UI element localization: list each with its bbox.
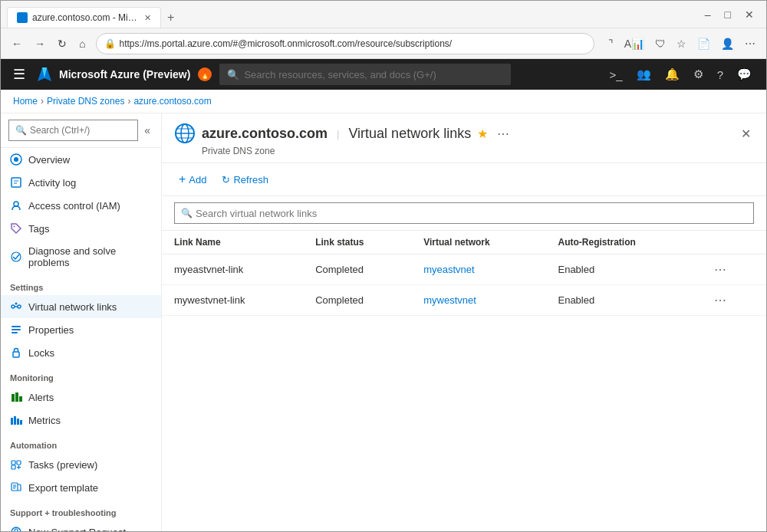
cell-link-status: Completed bbox=[303, 255, 411, 285]
sidebar-item-alerts[interactable]: Alerts bbox=[1, 386, 161, 409]
sidebar-item-virtual-network-links[interactable]: Virtual network links bbox=[1, 295, 161, 318]
azure-logo-icon bbox=[36, 66, 53, 83]
browser-tab[interactable]: azure.contoso.com - Microsoft A... ✕ bbox=[7, 7, 161, 28]
tasks-icon bbox=[10, 458, 22, 471]
sidebar-item-properties[interactable]: Properties bbox=[1, 318, 161, 341]
tab-favicon bbox=[17, 12, 28, 23]
address-bar-wrapper[interactable]: 🔒 bbox=[96, 33, 594, 54]
close-window-button[interactable]: ✕ bbox=[739, 5, 760, 24]
cell-more-options[interactable]: ⋯ bbox=[697, 285, 766, 316]
svg-point-3 bbox=[14, 157, 18, 162]
sidebar-item-label-locks: Locks bbox=[28, 347, 54, 359]
top-search[interactable]: 🔍 bbox=[219, 64, 511, 85]
refresh-button[interactable]: ↻ Refresh bbox=[217, 171, 273, 189]
reload-button[interactable]: ↻ bbox=[53, 34, 71, 53]
metrics-icon bbox=[10, 414, 22, 426]
sidebar-item-access-control[interactable]: Access control (IAM) bbox=[1, 194, 161, 217]
hamburger-menu[interactable]: ☰ bbox=[10, 63, 28, 86]
sidebar-item-label-overview: Overview bbox=[28, 154, 70, 166]
breadcrumb-home[interactable]: Home bbox=[13, 96, 38, 107]
grid-icon[interactable]: ⌝ bbox=[604, 34, 618, 53]
sidebar-item-locks[interactable]: Locks bbox=[1, 341, 161, 364]
sidebar-item-metrics[interactable]: Metrics bbox=[1, 409, 161, 432]
add-button[interactable]: + Add bbox=[174, 169, 211, 189]
sidebar-search-area: 🔍 « bbox=[1, 113, 161, 148]
notifications-btn[interactable]: 🔔 bbox=[660, 64, 685, 84]
sidebar-item-overview[interactable]: Overview bbox=[1, 148, 161, 171]
sidebar-item-tags[interactable]: Tags bbox=[1, 217, 161, 240]
more-browser-btn[interactable]: ⋯ bbox=[740, 34, 760, 53]
sidebar-item-label-new-support: New Support Request bbox=[28, 527, 126, 532]
cell-virtual-network[interactable]: mywestvnet bbox=[411, 285, 545, 316]
breadcrumb-current[interactable]: azure.contoso.com bbox=[133, 96, 211, 107]
svg-rect-19 bbox=[15, 392, 18, 402]
svg-point-13 bbox=[15, 303, 18, 305]
list-search[interactable]: 🔍 bbox=[174, 202, 754, 224]
sidebar-item-label-activity-log: Activity log bbox=[28, 177, 76, 189]
breadcrumb-sep-2: › bbox=[127, 96, 130, 107]
sidebar-item-activity-log[interactable]: Activity log bbox=[1, 171, 161, 194]
favorite-star[interactable]: ★ bbox=[477, 126, 488, 141]
col-link-status: Link status bbox=[303, 231, 411, 255]
list-search-input[interactable] bbox=[196, 208, 747, 219]
svg-rect-21 bbox=[11, 418, 13, 425]
svg-rect-24 bbox=[20, 420, 22, 425]
star-icon[interactable]: ☆ bbox=[672, 34, 691, 53]
row-more-btn[interactable]: ⋯ bbox=[709, 261, 732, 278]
table-row: mywestvnet-link Completed mywestvnet Ena… bbox=[162, 285, 766, 316]
close-pane-btn[interactable]: ✕ bbox=[738, 123, 754, 144]
sidebar-item-tasks[interactable]: Tasks (preview) bbox=[1, 453, 161, 476]
read-mode-icon[interactable]: A📊 bbox=[620, 34, 649, 53]
col-link-name: Link Name bbox=[162, 231, 303, 255]
toolbar: + Add ↻ Refresh bbox=[162, 163, 766, 196]
cell-link-name: myeastvnet-link bbox=[162, 255, 303, 285]
add-icon: + bbox=[179, 172, 186, 186]
cell-more-options[interactable]: ⋯ bbox=[697, 255, 766, 285]
maximize-button[interactable]: □ bbox=[719, 5, 737, 24]
sidebar-item-label-tags: Tags bbox=[28, 223, 49, 235]
sidebar-item-diagnose[interactable]: Diagnose and solve problems bbox=[1, 240, 161, 274]
notification-badge[interactable]: 🔥 bbox=[198, 67, 212, 81]
home-button[interactable]: ⌂ bbox=[74, 34, 90, 53]
sidebar-item-new-support[interactable]: New Support Request bbox=[1, 521, 161, 531]
help-btn[interactable]: ? bbox=[712, 65, 729, 84]
cell-link-name: mywestvnet-link bbox=[162, 285, 303, 316]
cell-auto-registration: Enabled bbox=[545, 255, 696, 285]
sidebar-search[interactable]: 🔍 bbox=[8, 120, 138, 141]
resource-subtitle: Private DNS zone bbox=[202, 146, 754, 156]
export-icon bbox=[10, 481, 22, 494]
svg-rect-4 bbox=[12, 178, 21, 187]
browser-titlebar: azure.contoso.com - Microsoft A... ✕ + –… bbox=[1, 1, 766, 28]
azure-title: Microsoft Azure (Preview) bbox=[59, 68, 190, 80]
content-header: azure.contoso.com | Virtual network link… bbox=[162, 113, 766, 163]
address-bar[interactable] bbox=[119, 38, 585, 49]
svg-rect-22 bbox=[14, 416, 16, 425]
feedback-btn[interactable]: 💬 bbox=[732, 64, 757, 84]
sidebar-item-label-metrics: Metrics bbox=[28, 415, 61, 426]
directory-btn[interactable]: 👥 bbox=[631, 64, 657, 84]
tab-close-btn[interactable]: ✕ bbox=[144, 13, 151, 23]
tab-label: azure.contoso.com - Microsoft A... bbox=[32, 12, 140, 23]
forward-button[interactable]: → bbox=[30, 34, 50, 53]
sidebar-collapse-btn[interactable]: « bbox=[141, 123, 153, 138]
page-title: Virtual network links bbox=[348, 126, 471, 142]
sidebar-item-export[interactable]: Export template bbox=[1, 476, 161, 499]
shield-icon[interactable]: 🛡 bbox=[650, 34, 670, 53]
breadcrumb-private-dns[interactable]: Private DNS zones bbox=[47, 96, 124, 107]
collections-icon[interactable]: 📄 bbox=[693, 34, 715, 53]
back-button[interactable]: ← bbox=[7, 34, 27, 53]
settings-btn[interactable]: ⚙ bbox=[688, 64, 709, 84]
properties-icon bbox=[10, 323, 22, 336]
alerts-icon bbox=[10, 391, 22, 403]
cell-virtual-network[interactable]: myeastvnet bbox=[411, 255, 545, 285]
access-control-icon bbox=[10, 199, 22, 212]
row-more-btn[interactable]: ⋯ bbox=[709, 291, 732, 309]
cloud-shell-btn[interactable]: >_ bbox=[604, 65, 628, 84]
new-tab-button[interactable]: + bbox=[161, 8, 180, 28]
sidebar-search-input[interactable] bbox=[30, 125, 131, 136]
profile-icon[interactable]: 👤 bbox=[716, 34, 739, 53]
svg-rect-20 bbox=[19, 396, 22, 402]
top-search-input[interactable] bbox=[244, 69, 503, 80]
resource-more-btn[interactable]: ⋯ bbox=[494, 125, 512, 143]
minimize-button[interactable]: – bbox=[699, 5, 717, 24]
